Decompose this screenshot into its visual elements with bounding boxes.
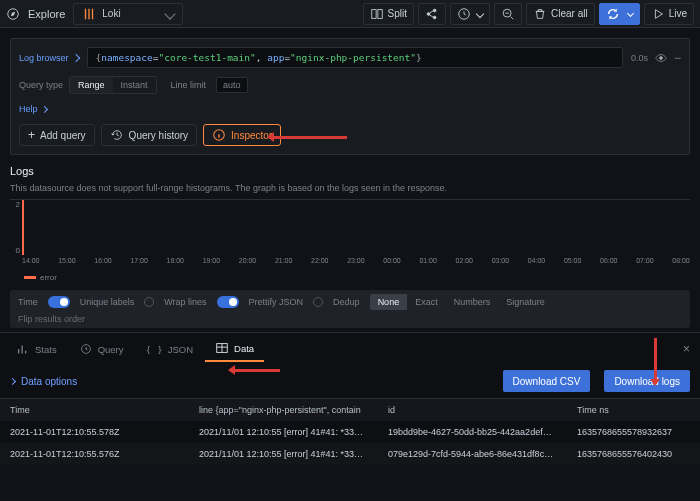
line-limit-label: Line limit [171,80,207,90]
clock-icon [79,342,93,356]
dedup-exact[interactable]: Exact [407,294,446,310]
close-inspector-button[interactable]: × [683,342,694,356]
annotation-arrow [269,136,347,139]
table-row[interactable]: 2021-11-01T12:10:55.578Z2021/11/01 12:10… [0,421,700,443]
svg-point-8 [660,56,663,59]
query-type-label: Query type [19,80,63,90]
log-browser-button[interactable]: Log browser [19,53,79,63]
refresh-icon [606,7,620,21]
chevron-down-icon [627,10,634,17]
info-icon [212,128,226,142]
col-line[interactable]: line {app="nginx-php-persistent", contai… [189,399,378,422]
svg-rect-1 [371,9,375,18]
log-display-options: Time Unique labels Wrap lines Prettify J… [10,290,690,328]
query-time: 0.0s [631,53,648,63]
radio-unique-labels[interactable] [144,297,154,307]
share-button[interactable] [418,3,446,25]
annotation-arrow [230,369,280,372]
query-type-range[interactable]: Range [70,77,113,93]
datasource-name: Loki [102,8,120,19]
page-title: Explore [28,8,65,20]
eye-icon[interactable] [654,51,668,65]
run-button[interactable] [599,3,640,25]
radio-prettify-json[interactable] [313,297,323,307]
table-row[interactable]: 2021-11-01T12:10:55.576Z2021/11/01 12:10… [0,443,700,465]
annotation-arrow [654,338,657,384]
logs-note: This datasource does not support full-ra… [10,183,690,193]
logs-title: Logs [10,165,690,183]
compass-icon [6,7,20,21]
chevron-right-icon [71,53,79,61]
chevron-down-icon [165,8,176,19]
split-button[interactable]: Split [363,3,414,25]
download-csv-button[interactable]: Download CSV [503,370,591,392]
trash-icon [533,7,547,21]
remove-query-button[interactable]: − [674,51,681,65]
tab-data[interactable]: Data [205,335,264,362]
clock-icon [457,7,471,21]
dedup-selector[interactable]: None Exact Numbers Signature [370,294,553,310]
table-icon [215,341,229,355]
flip-results-label: Flip results order [18,314,85,324]
opt-time-label: Time [18,297,38,307]
col-timens[interactable]: Time ns [567,399,700,422]
download-logs-button[interactable]: Download logs [604,370,690,392]
zoom-out-icon [501,7,515,21]
play-icon [651,7,665,21]
query-history-button[interactable]: Query history [101,124,197,146]
query-type-toggle[interactable]: Range Instant [69,76,157,94]
svg-rect-2 [377,9,381,18]
share-icon [425,7,439,21]
dedup-signature[interactable]: Signature [498,294,553,310]
data-options-toggle[interactable]: Data options [10,376,77,387]
opt-wrap-label: Wrap lines [164,297,206,307]
datasource-picker[interactable]: Loki [73,3,183,25]
live-button[interactable]: Live [644,3,694,25]
clear-all-button[interactable]: Clear all [526,3,595,25]
line-limit-input[interactable]: auto [216,77,248,93]
inspector-tabs: Stats Query { } JSON Data × [0,333,700,364]
inspector-panel: Stats Query { } JSON Data × Data options… [0,332,700,465]
tab-json[interactable]: { } JSON [136,338,204,360]
dedup-numbers[interactable]: Numbers [446,294,499,310]
dedup-none[interactable]: None [370,294,408,310]
legend-swatch-error [24,276,36,279]
logs-histogram[interactable]: 2 0 14:0015:0016:0017:0018:0019:0020:002… [10,199,690,269]
chevron-down-icon [476,9,484,17]
stats-icon [16,342,30,356]
braces-icon: { } [146,344,163,355]
query-type-instant[interactable]: Instant [113,77,156,93]
opt-dedup-label: Dedup [333,297,360,307]
legend: error [24,273,690,282]
zoom-out-button[interactable] [494,3,522,25]
top-bar: Explore Loki Split [0,0,700,28]
add-query-button[interactable]: + Add query [19,124,95,146]
history-icon [110,128,124,142]
query-editor: Log browser {namespace="core-test1-main"… [10,38,690,155]
data-table: Time line {app="nginx-php-persistent", c… [0,398,700,465]
logs-panel: Logs This datasource does not support fu… [10,165,690,282]
chevron-right-icon [40,105,47,112]
x-axis: 14:0015:0016:0017:0018:0019:0020:0021:00… [22,257,690,269]
opt-unique-label: Unique labels [80,297,135,307]
tab-query[interactable]: Query [69,336,134,361]
chevron-right-icon [9,377,16,384]
y-axis: 2 0 [10,200,22,255]
tab-stats[interactable]: Stats [6,336,67,361]
toggle-time[interactable] [48,296,70,308]
col-time[interactable]: Time [0,399,189,422]
opt-pretty-label: Prettify JSON [249,297,304,307]
logql-input[interactable]: {namespace="core-test1-main", app="nginx… [87,47,623,68]
split-icon [370,7,384,21]
toggle-wrap[interactable] [217,296,239,308]
loki-icon [82,7,96,21]
time-picker-button[interactable] [450,3,490,25]
help-link[interactable]: Help [19,104,681,114]
col-id[interactable]: id [378,399,567,422]
